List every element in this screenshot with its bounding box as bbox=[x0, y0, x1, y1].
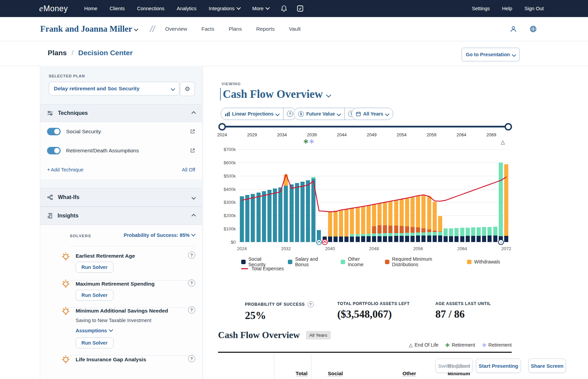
go-to-presentation-button[interactable]: Go to Presentation bbox=[462, 48, 520, 61]
legend-swatch bbox=[385, 260, 389, 264]
help-icon[interactable]: ? bbox=[188, 252, 195, 259]
tasks-check-square-icon[interactable] bbox=[297, 5, 304, 12]
plan-settings-gear-icon[interactable]: ⚙ bbox=[180, 82, 195, 96]
y-axis-label: $500k bbox=[224, 173, 236, 178]
tab-facts[interactable]: Facts bbox=[201, 26, 214, 32]
help-icon[interactable]: ? bbox=[188, 306, 195, 314]
chart-event-marker bbox=[316, 239, 322, 245]
years-range-chip[interactable]: All Years bbox=[352, 108, 393, 120]
nav-item-clients[interactable]: Clients bbox=[110, 6, 125, 11]
lightbulb-icon bbox=[61, 306, 71, 317]
technique-row-social-security: Social Security bbox=[40, 122, 202, 141]
y-axis-label: $100k bbox=[224, 226, 236, 231]
chevron-up-icon bbox=[191, 111, 196, 116]
tab-vault[interactable]: Vault bbox=[289, 26, 300, 32]
social-security-toggle[interactable] bbox=[47, 128, 61, 135]
slider-year-label: 2039 bbox=[307, 132, 317, 137]
switch-client-button[interactable]: Switch Client bbox=[435, 359, 473, 373]
all-off-button[interactable]: All Off bbox=[182, 167, 195, 172]
nav-item-settings[interactable]: Settings bbox=[472, 6, 490, 11]
selected-plan-label: SELECTED PLAN bbox=[49, 74, 85, 78]
add-technique-button[interactable]: +Add Technique bbox=[47, 167, 83, 173]
projection-mode-chip[interactable]: Linear Projections ? bbox=[221, 108, 297, 120]
document-search-icon bbox=[47, 213, 53, 219]
stat-value: 87 / 86 bbox=[435, 308, 491, 320]
all-years-badge[interactable]: All Years bbox=[306, 331, 331, 339]
chevron-up-icon bbox=[191, 214, 196, 218]
solvers-label: SOLVERS bbox=[70, 234, 91, 238]
slider-year-label: 2049 bbox=[367, 132, 377, 137]
dollar-circle-icon: $ bbox=[298, 111, 304, 117]
view-title-dropdown[interactable]: Cash Flow Overview bbox=[220, 88, 330, 101]
year-range-slider[interactable]: 2024202920342039204420492054205920642069… bbox=[219, 123, 511, 147]
notifications-bell-icon[interactable] bbox=[281, 5, 287, 12]
probability-of-success-dropdown[interactable]: Probability of Success: 85% bbox=[124, 232, 195, 238]
table-header-social-security: SocialSecurity bbox=[311, 370, 346, 379]
help-icon[interactable]: ? bbox=[188, 355, 195, 362]
chevron-down-icon bbox=[512, 52, 516, 57]
slider-year-label: 2069 bbox=[486, 132, 496, 137]
external-link-icon[interactable] bbox=[190, 129, 195, 134]
x-axis-label: 2024 bbox=[237, 246, 247, 251]
slider-handle-left[interactable] bbox=[218, 123, 226, 131]
legend-label: Required Minimum Distributions bbox=[392, 256, 458, 267]
help-icon[interactable]: ? bbox=[188, 279, 195, 287]
client-name-dropdown[interactable]: Frank and Joanna Miller bbox=[40, 24, 138, 34]
nav-item-sign-out[interactable]: Sign Out bbox=[525, 6, 544, 11]
globe-icon[interactable] bbox=[529, 25, 537, 33]
start-presenting-button[interactable]: Start Presenting bbox=[476, 359, 521, 373]
tab-overview[interactable]: Overview bbox=[165, 26, 187, 32]
tab-reports[interactable]: Reports bbox=[256, 26, 275, 32]
assumptions-dropdown[interactable]: Assumptions bbox=[76, 328, 112, 333]
techniques-section-header[interactable]: Techniques bbox=[40, 104, 202, 122]
emoney-logo[interactable]: eMoney bbox=[39, 4, 68, 13]
x-axis-label: 2040 bbox=[325, 246, 335, 251]
run-solver-button[interactable]: Run Solver bbox=[76, 337, 113, 348]
nav-item-help[interactable]: Help bbox=[502, 6, 512, 11]
user-profile-icon[interactable] bbox=[510, 25, 517, 33]
lightbulb-icon bbox=[61, 252, 71, 262]
legend-label: Withdrawals bbox=[474, 259, 500, 264]
what-ifs-section-header[interactable]: What-Ifs bbox=[40, 188, 202, 207]
retirement-death-toggle[interactable] bbox=[47, 147, 61, 154]
technique-row-retirement-death: Retirement/Death Assumptions bbox=[40, 141, 202, 160]
nav-item-analytics[interactable]: Analytics bbox=[177, 6, 197, 11]
share-screen-button[interactable]: Share Screen bbox=[528, 359, 566, 373]
chevron-down-icon bbox=[191, 232, 196, 237]
solver-title: Maximum Retirement Spending bbox=[76, 281, 155, 287]
breadcrumb-plans[interactable]: Plans bbox=[48, 49, 67, 57]
nav-item-connections[interactable]: Connections bbox=[137, 6, 165, 11]
y-axis-label: $700k bbox=[224, 147, 236, 152]
external-link-icon[interactable] bbox=[190, 148, 195, 153]
insights-section-header[interactable]: Insights bbox=[40, 207, 202, 225]
table-header-other-income: OtherIncome bbox=[386, 370, 419, 379]
solver-title: Earliest Retirement Age bbox=[76, 253, 135, 259]
nav-item-home[interactable]: Home bbox=[84, 6, 97, 11]
nav-item-integrations[interactable]: Integrations bbox=[209, 6, 240, 11]
x-axis-label: 2032 bbox=[281, 246, 291, 251]
retirement-icon bbox=[445, 343, 450, 347]
run-solver-button[interactable]: Run Solver bbox=[76, 290, 113, 301]
slider-track[interactable] bbox=[221, 126, 510, 127]
slider-year-label: 2029 bbox=[247, 132, 257, 137]
stat-age-assets: AGE ASSETS LAST UNTIL 87 / 86 bbox=[435, 301, 491, 320]
line-swatch bbox=[241, 268, 248, 269]
nav-item-more[interactable]: More bbox=[252, 6, 269, 11]
top-navbar: eMoney Home Clients Connections Analytic… bbox=[0, 0, 588, 17]
page-title: Decision Center bbox=[78, 49, 133, 57]
selected-plan-dropdown[interactable]: Delay retirement and Soc Security bbox=[49, 82, 180, 95]
value-mode-chip[interactable]: $ Future Value ? bbox=[294, 108, 358, 120]
bar-chart-icon bbox=[225, 112, 230, 116]
chart-event-marker bbox=[322, 239, 328, 245]
slider-year-label: 2064 bbox=[457, 132, 466, 137]
chart-line-legend: Total Expenses bbox=[241, 266, 284, 271]
breadcrumb: Plans / Decision Center bbox=[48, 49, 133, 57]
tab-plans[interactable]: Plans bbox=[229, 26, 242, 32]
stat-value: 25% bbox=[245, 309, 314, 322]
run-solver-button[interactable]: Run Solver bbox=[76, 262, 113, 273]
slider-year-label: 2034 bbox=[277, 132, 287, 137]
help-icon[interactable]: ? bbox=[308, 301, 314, 307]
stat-probability: PROBABILITY OF SUCCESS? 25% bbox=[245, 301, 314, 322]
solver-title: Life Insurance Gap Analysis bbox=[76, 357, 146, 363]
slider-handle-right[interactable] bbox=[505, 123, 512, 131]
